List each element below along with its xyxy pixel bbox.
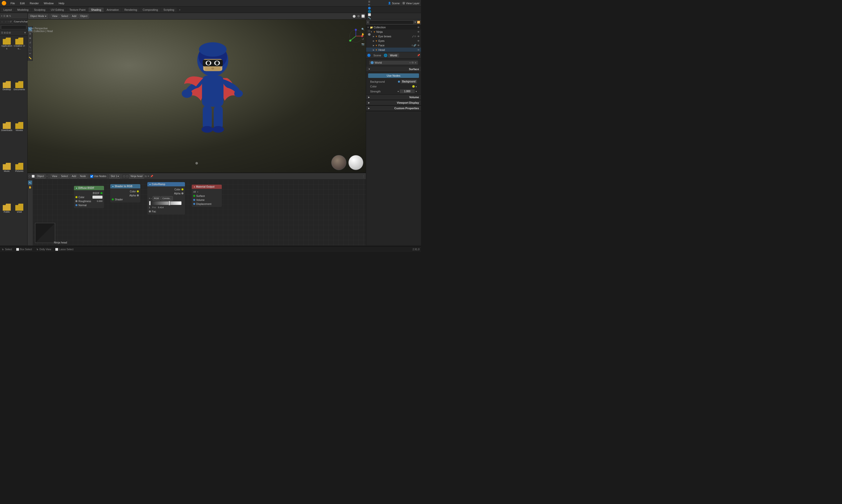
outliner-head[interactable]: ▶ ▼ Head 👁 bbox=[366, 48, 421, 52]
node-object-btn[interactable]: Object bbox=[35, 174, 46, 179]
tab-compositing[interactable]: Compositing bbox=[140, 7, 160, 12]
viewport-shading-btn[interactable]: ⬤ bbox=[353, 15, 356, 18]
viewport-select-btn[interactable]: Select bbox=[60, 14, 70, 19]
material-copy-icon[interactable]: ⧉ bbox=[145, 175, 147, 178]
ninja-visibility[interactable]: 👁 bbox=[417, 31, 420, 33]
outliner-eyes[interactable]: ▶ ▼ Eyes 👁 bbox=[366, 39, 421, 43]
socket-bsdf-out[interactable] bbox=[101, 192, 103, 194]
prop-icon-scene[interactable]: 🔵 bbox=[368, 7, 372, 10]
menu-help[interactable]: Help bbox=[57, 1, 67, 5]
socket-roughness-in[interactable] bbox=[75, 200, 77, 202]
folder-downloads[interactable]: Downloads bbox=[1, 122, 13, 162]
nav-up[interactable]: ↑ bbox=[7, 20, 9, 23]
collection-visibility[interactable]: 👁 bbox=[417, 26, 420, 29]
node-select-btn[interactable]: Select bbox=[59, 174, 69, 179]
use-nodes-button[interactable]: Use Nodes bbox=[368, 73, 419, 78]
vp-right-camera[interactable]: 📷 bbox=[361, 42, 365, 46]
colorramp-gradient[interactable] bbox=[149, 201, 181, 205]
head-visibility[interactable]: 👁 bbox=[417, 49, 420, 51]
viewport-display-header[interactable]: ▶ Viewport Display bbox=[366, 100, 421, 106]
node-node-btn[interactable]: Node bbox=[78, 174, 87, 179]
vp-right-navigate[interactable]: 🔍 bbox=[361, 27, 365, 31]
collection-root[interactable]: ▼ 📁 Collection 👁 bbox=[366, 25, 421, 30]
folder-creative-clo[interactable]: Creative Clo... bbox=[14, 38, 25, 80]
strength-input[interactable] bbox=[400, 89, 415, 93]
outliner-filter-icon[interactable]: ▼ bbox=[414, 21, 416, 23]
cr-interpolation[interactable]: Consta... bbox=[161, 196, 173, 201]
viewport-object-btn[interactable]: Object bbox=[79, 14, 89, 19]
surface-type-value[interactable]: Background bbox=[401, 80, 417, 84]
menu-file[interactable]: File bbox=[8, 1, 17, 5]
outliner-eyebrows[interactable]: ▶ ▼ Eye brows 🖊⊙ 👁 bbox=[366, 34, 421, 39]
tool-rotate[interactable]: ↺ bbox=[28, 40, 32, 44]
socket-s2rgb-shader-in[interactable] bbox=[112, 198, 114, 200]
outliner-ninja[interactable]: ▼ ▼ Ninja 👁 bbox=[366, 30, 421, 34]
eyebrows-visibility[interactable]: 👁 bbox=[417, 35, 420, 38]
custom-props-header[interactable]: ▶ Custom Properties bbox=[366, 106, 421, 111]
socket-cr-color-out[interactable] bbox=[181, 188, 183, 191]
menu-window[interactable]: Window bbox=[42, 1, 56, 5]
vp-right-pan[interactable]: ✋ bbox=[361, 32, 365, 36]
material-name-display[interactable]: Ninja head bbox=[129, 174, 144, 179]
socket-surface-in[interactable] bbox=[193, 195, 195, 197]
prop-tab-scene[interactable]: Scene bbox=[371, 53, 383, 57]
view-opt-grid[interactable]: ⊞ bbox=[4, 31, 6, 34]
color-dot[interactable] bbox=[412, 85, 415, 88]
tab-layout[interactable]: Layout bbox=[1, 7, 14, 12]
world-delete-icon[interactable]: ✕ bbox=[414, 61, 416, 64]
outliner-face[interactable]: ▶ ▼ Face ⊙🔗 👁 bbox=[366, 43, 421, 48]
view-opt-medium[interactable]: ⊡ bbox=[6, 31, 8, 34]
tool-move[interactable]: ✥ bbox=[28, 36, 32, 40]
viewport-background[interactable]: ↖ ⊕ ✥ ↺ ⤡ ✏ 📏 User Perspective (19) Coll… bbox=[28, 20, 366, 173]
outliner-search-input[interactable] bbox=[369, 20, 413, 24]
folder-pictures[interactable]: Pictures bbox=[14, 163, 25, 203]
socket-s2rgb-color-out[interactable] bbox=[137, 191, 139, 192]
slot-selector[interactable]: Slot 1 ▾ bbox=[109, 174, 120, 179]
face-visibility[interactable]: 👁 bbox=[417, 44, 420, 47]
folder-applications[interactable]: Applications bbox=[1, 38, 13, 80]
node-diffuse-bsdf[interactable]: ● Diffuse BSDF BSDF Color bbox=[74, 186, 104, 208]
material-preview-sphere[interactable] bbox=[348, 155, 363, 170]
folder-music[interactable]: Music bbox=[1, 163, 13, 203]
cr-remove-stop[interactable]: − bbox=[150, 197, 152, 200]
prop-icon-view[interactable]: 👁 bbox=[368, 3, 372, 6]
node-material-output[interactable]: ● Material Output All ▾ Surface bbox=[192, 185, 222, 207]
socket-s2rgb-alpha-out[interactable] bbox=[137, 194, 139, 196]
node-editor-menu-icon[interactable]: ⋮ bbox=[362, 175, 365, 178]
cr-add-stop[interactable]: + bbox=[149, 197, 150, 200]
color-swatch[interactable] bbox=[92, 196, 103, 199]
viewport-view-btn[interactable]: View bbox=[51, 14, 59, 19]
material-delete-icon[interactable]: ✕ bbox=[147, 175, 149, 178]
nav-back[interactable]: ← bbox=[1, 20, 3, 23]
view-grid-icon[interactable]: ⊞ bbox=[6, 15, 8, 17]
filter-icon[interactable]: ▼ bbox=[24, 31, 26, 34]
nav-forward[interactable]: → bbox=[4, 20, 7, 23]
cr-mode[interactable]: RGB bbox=[153, 196, 161, 201]
node-tool-select[interactable]: ↖ bbox=[28, 181, 32, 185]
use-nodes-checkbox[interactable] bbox=[90, 175, 93, 178]
node-view-btn[interactable]: View bbox=[50, 174, 59, 179]
node-add-btn[interactable]: Add bbox=[70, 174, 78, 179]
socket-cr-fac-in[interactable] bbox=[149, 211, 151, 212]
eyes-visibility[interactable]: 👁 bbox=[417, 40, 420, 42]
prop-icon-object[interactable]: ⬜ bbox=[368, 13, 372, 16]
viewport-mode-selector[interactable]: Object Mode ▾ bbox=[29, 14, 48, 19]
folder-vroid[interactable]: vroid bbox=[14, 204, 25, 244]
menu-render[interactable]: Render bbox=[28, 1, 41, 5]
world-copy-icon[interactable]: ⧉ bbox=[412, 61, 413, 64]
prop-icon-modifier[interactable]: 🔧 bbox=[368, 17, 372, 19]
tool-annotate[interactable]: ✏ bbox=[28, 51, 32, 55]
tab-animation[interactable]: Animation bbox=[104, 7, 122, 12]
folder-public[interactable]: Public bbox=[1, 204, 13, 244]
viewport-xray-btn[interactable]: ⬜ bbox=[361, 15, 365, 18]
prop-icon-world[interactable]: 🌐 bbox=[368, 10, 372, 13]
env-preview-sphere[interactable] bbox=[331, 155, 346, 170]
colorramp-stop-1[interactable] bbox=[168, 201, 171, 205]
folder-documents[interactable]: Documents bbox=[14, 81, 25, 121]
viewport-add-btn[interactable]: Add bbox=[70, 14, 78, 19]
socket-volume-in[interactable] bbox=[193, 199, 195, 201]
material-pin-icon[interactable]: 📌 bbox=[150, 175, 153, 178]
prop-pin-icon[interactable]: 📌 bbox=[417, 54, 420, 57]
folder-desktop[interactable]: Desktop bbox=[1, 81, 13, 121]
file-search-input[interactable] bbox=[1, 25, 26, 29]
